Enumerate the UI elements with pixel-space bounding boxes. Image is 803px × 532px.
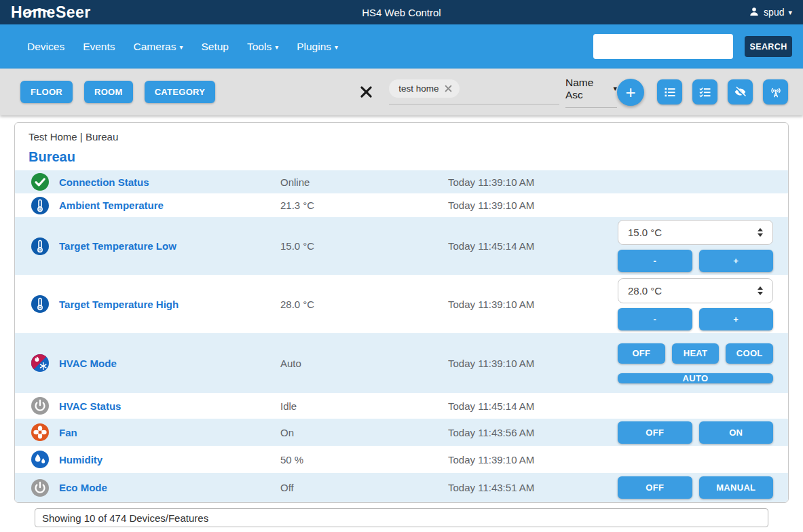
setpoint-select[interactable]: 15.0 °C (618, 220, 773, 245)
feature-link[interactable]: Eco Mode (59, 482, 107, 493)
add-device-button[interactable]: + (617, 79, 644, 106)
category-filter-button[interactable]: CATEGORY (145, 81, 216, 103)
row-hvac-status: HVAC Status Idle Today 11:45:14 AM (15, 393, 788, 419)
top-bar: HomeSeer HS4 Web Control spud ▾ (0, 0, 803, 24)
feature-link[interactable]: Connection Status (59, 176, 149, 188)
row-humidity: Humidity 50 % Today 11:39:10 AM (15, 446, 788, 473)
thermometer-icon (31, 294, 50, 314)
chip-close-icon[interactable] (445, 85, 452, 92)
setpoint-value: 15.0 °C (628, 227, 662, 238)
chevron-down-icon: ▾ (275, 43, 278, 51)
floor-filter-button[interactable]: FLOOR (20, 81, 73, 103)
row-target-temperature-low: Target Temperature Low 15.0 °C Today 11:… (15, 217, 788, 275)
chevron-down-icon: ▾ (179, 43, 183, 51)
feature-value: On (280, 427, 448, 438)
list-view-button[interactable] (657, 79, 682, 104)
username: spud (764, 7, 784, 18)
hvac-off-button[interactable]: OFF (618, 343, 665, 364)
hide-devices-button[interactable] (728, 79, 753, 104)
broadcast-tower-icon (769, 86, 783, 99)
feature-value: Idle (280, 400, 448, 412)
broadcast-button[interactable] (763, 79, 788, 104)
feature-value: 28.0 °C (280, 299, 448, 310)
sort-label: Name Asc (565, 77, 609, 101)
feature-value: 21.3 °C (280, 200, 448, 211)
feature-timestamp: Today 11:39:10 AM (448, 176, 618, 188)
main-content: Test Home | Bureau Bureau Connection Sta… (0, 115, 803, 527)
feature-value: 15.0 °C (280, 240, 448, 252)
feature-timestamp: Today 11:39:10 AM (448, 454, 618, 466)
feature-timestamp: Today 11:39:10 AM (448, 200, 618, 211)
feature-value: Auto (280, 358, 448, 369)
increment-button[interactable]: + (699, 250, 774, 272)
increment-button[interactable]: + (699, 308, 774, 330)
list-icon (663, 86, 677, 99)
search-button[interactable]: SEARCH (745, 36, 792, 57)
search-input[interactable] (593, 34, 733, 59)
nav-item-setup[interactable]: Setup (201, 41, 229, 53)
row-fan: Fan On Today 11:43:56 AM OFF ON (15, 419, 788, 446)
filter-chip-label: test home (398, 83, 438, 94)
decrement-button[interactable]: - (618, 250, 692, 272)
sort-select[interactable]: Name Asc ▾ (565, 77, 617, 108)
device-count-text: Showing 10 of 474 Devices/Features (42, 512, 208, 524)
hvac-auto-button[interactable]: AUTO (618, 373, 773, 383)
hvac-heat-button[interactable]: HEAT (672, 343, 720, 364)
feature-timestamp: Today 11:45:14 AM (448, 240, 618, 252)
device-card: Test Home | Bureau Bureau Connection Sta… (14, 122, 789, 503)
flame-snowflake-icon (31, 354, 50, 373)
page-title: HS4 Web Control (0, 7, 803, 18)
clear-filters-icon[interactable] (360, 86, 373, 98)
user-icon (749, 6, 760, 19)
user-menu[interactable]: spud ▾ (749, 6, 792, 19)
grouped-view-button[interactable] (692, 79, 717, 104)
filter-chip-test-home[interactable]: test home (389, 79, 459, 98)
nav-item-tools[interactable]: Tools▾ (247, 41, 278, 53)
status-bar: Showing 10 of 474 Devices/Features (35, 508, 768, 527)
feature-link[interactable]: HVAC Status (59, 400, 121, 412)
feature-value: 50 % (280, 454, 448, 466)
feature-value: Off (280, 482, 448, 493)
list-check-icon (698, 86, 712, 99)
row-ambient-temperature: Ambient Temperature 21.3 °C Today 11:39:… (15, 193, 788, 217)
feature-timestamp: Today 11:45:14 AM (448, 400, 618, 412)
chevron-down-icon: ▾ (335, 43, 338, 51)
fan-on-button[interactable]: ON (699, 421, 774, 444)
select-arrows-icon (758, 286, 763, 295)
thermometer-icon (31, 237, 50, 256)
nav-bar: Devices Events Cameras▾ Setup Tools▾ Plu… (0, 24, 803, 69)
nav-item-plugins[interactable]: Plugins▾ (297, 41, 338, 53)
feature-link[interactable]: Fan (59, 427, 77, 438)
eye-slash-icon (733, 85, 747, 99)
feature-timestamp: Today 11:43:51 AM (448, 482, 618, 493)
feature-link[interactable]: Humidity (59, 454, 102, 466)
row-eco-mode: Eco Mode Off Today 11:43:51 AM OFF MANUA… (15, 473, 788, 502)
row-hvac-mode: HVAC Mode Auto Today 11:39:10 AM OFF HEA… (15, 333, 788, 393)
feature-value: Online (280, 176, 448, 188)
room-title: Bureau (29, 147, 774, 166)
feature-link[interactable]: Target Temperature Low (59, 240, 176, 252)
setpoint-value: 28.0 °C (628, 285, 662, 297)
eco-off-button[interactable]: OFF (618, 476, 692, 499)
nav-item-cameras[interactable]: Cameras▾ (134, 41, 183, 53)
select-arrows-icon (758, 228, 763, 237)
feature-link[interactable]: HVAC Mode (59, 358, 117, 369)
room-filter-button[interactable]: ROOM (84, 81, 133, 103)
decrement-button[interactable]: - (618, 308, 692, 330)
nav-item-events[interactable]: Events (83, 41, 115, 53)
fan-off-button[interactable]: OFF (618, 421, 692, 444)
power-icon (31, 396, 50, 415)
chevron-down-icon: ▾ (788, 8, 792, 17)
check-circle-icon (31, 172, 50, 191)
power-icon (31, 478, 50, 497)
fan-icon (31, 423, 50, 442)
breadcrumb: Test Home | Bureau (29, 130, 774, 145)
nav-item-devices[interactable]: Devices (27, 41, 64, 53)
setpoint-select[interactable]: 28.0 °C (618, 278, 773, 303)
feature-timestamp: Today 11:39:10 AM (448, 299, 618, 310)
hvac-cool-button[interactable]: COOL (726, 343, 773, 364)
eco-manual-button[interactable]: MANUAL (699, 476, 774, 499)
feature-link[interactable]: Target Temperature High (59, 299, 179, 310)
feature-link[interactable]: Ambient Temperature (59, 200, 164, 211)
row-connection-status: Connection Status Online Today 11:39:10 … (15, 170, 788, 193)
